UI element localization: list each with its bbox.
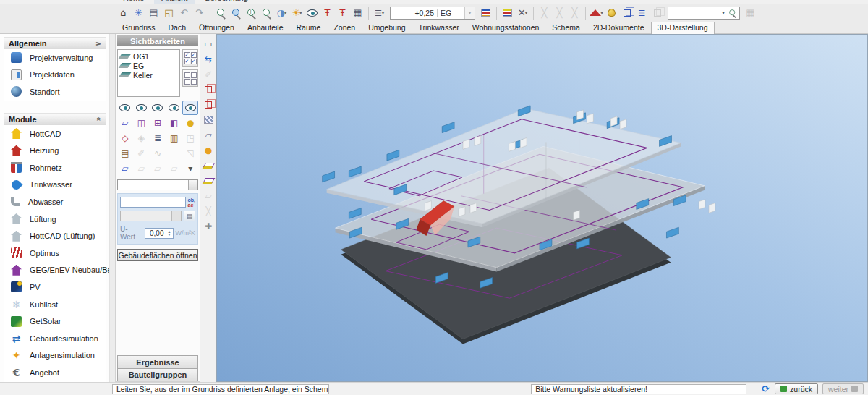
collapse-icon[interactable]: « [95,117,103,122]
tab-2d-dokumente[interactable]: 2D-Dokumente [587,22,651,33]
tab-anbauteile[interactable]: Anbauteile [241,22,290,33]
next-button[interactable]: weiter [822,383,864,394]
layers-button[interactable]: ≣▾ [372,5,387,20]
search-combobox[interactable]: ▾ [668,7,740,20]
open-building-surfaces-button[interactable]: Gebäudeflächen öffnen [117,249,198,261]
eye-filter-2[interactable] [134,101,150,115]
box-add-button[interactable]: ✚ [201,219,216,233]
tab-zonen[interactable]: Zonen [327,22,362,33]
results-button[interactable]: Ergebnisse [117,355,198,368]
zoom-in-button[interactable] [244,5,259,20]
component-groups-button[interactable]: Bauteilgruppen [117,368,198,381]
grid-more[interactable]: ▾ [182,161,198,176]
chevron-down-icon[interactable]: ▾ [525,10,528,16]
tab-wohnungsstationen[interactable]: Wohnungsstationen [466,22,546,33]
u-wert-spinner[interactable]: 0,00 ▲▼ [145,228,173,239]
tab-schema[interactable]: Schema [545,22,587,33]
storey-list-button[interactable]: ≣ [634,5,650,20]
collapse-icon[interactable]: ∧ [94,41,102,46]
hatch-button[interactable] [201,113,216,127]
chevron-down-icon[interactable]: ▾ [284,10,287,16]
wall-tool[interactable]: ◫ [134,116,150,130]
roof-view-button[interactable]: ▾ [589,5,604,20]
outline-check-button[interactable]: ▱ [201,128,216,142]
radiator-tool[interactable]: ▥ [166,131,182,145]
chevron-down-icon[interactable]: ▾ [382,10,385,16]
cube-tool[interactable]: ▱ [117,116,133,130]
window-tool[interactable]: ⊞ [150,116,166,130]
redo-button[interactable]: ↷ [192,5,207,20]
refresh-icon[interactable]: ⟳ [762,383,770,394]
solids-button[interactable] [604,5,619,20]
chevron-down-icon[interactable]: ▾ [299,10,302,16]
level-item-keller[interactable]: Keller [120,70,179,80]
hide-all-levels-button[interactable] [182,69,198,87]
home-button[interactable]: ⌂ [116,5,131,20]
visibility-button[interactable] [305,5,320,20]
spinner-arrows[interactable]: ▲▼ [166,230,173,236]
room-colors-button[interactable] [478,5,493,20]
print-button[interactable]: ▤ [146,5,161,20]
eraser-tool[interactable]: ● [182,116,198,130]
sidebar-item-getsolar[interactable]: GetSolar [4,313,106,330]
eye-filter-5[interactable] [182,101,198,115]
sidebar-item-angebot[interactable]: €Angebot [4,364,106,381]
tab-3d-darstellung[interactable]: 3D-Darstellung [651,22,715,34]
tab-räume[interactable]: Räume [290,22,328,33]
surface-name-input[interactable] [120,197,186,208]
sidebar-item-trinkwasser[interactable]: Trinkwasser [4,177,106,194]
level-item-og1[interactable]: OG1 [120,51,179,61]
chevron-down-icon[interactable] [188,180,197,190]
tile-tool[interactable]: ◇ [117,131,133,145]
zoom-out-button[interactable] [259,5,274,20]
sidebar-item-projektdaten[interactable]: Projektdaten [4,67,106,84]
rename-icon[interactable]: ob,ac [188,198,196,208]
viewport-button[interactable]: ▭ [201,37,216,51]
sidebar-item-optimus[interactable]: Optimus [4,245,106,262]
tab-umgebung[interactable]: Umgebung [362,22,412,33]
transparency-button[interactable]: ◑▾ [274,5,289,20]
dimension-button[interactable]: ✕▾ [515,5,530,20]
sidebar-item-pv[interactable]: PV [4,279,106,296]
chevron-down-icon[interactable]: ▾ [464,7,475,19]
sidebar-item-hottcad[interactable]: HottCAD [4,125,106,143]
copy-button[interactable]: ◱ [161,5,176,20]
search-input[interactable] [668,7,719,19]
level-listbox[interactable]: OG1EGKeller [117,49,180,97]
storey-cube-1[interactable]: ▱ [117,161,133,176]
door-tool[interactable]: ◧ [166,116,182,130]
3d-viewport[interactable] [216,34,868,382]
sidebar-item-standort[interactable]: Standort [4,83,106,101]
undo-button[interactable]: ↶ [176,5,192,20]
list-tool[interactable]: ≣ [150,131,166,145]
back-button[interactable]: zurück [775,383,818,394]
level-item-eg[interactable]: EG [120,61,179,70]
structure-alt-button[interactable]: Ŧ [335,5,350,20]
show-all-levels-button[interactable]: ✓✓✓✓ [182,49,198,67]
sidebar-item-gebäudesimulation[interactable]: ⇄Gebäudesimulation [4,330,106,347]
chevron-down-icon[interactable]: ▾ [600,10,603,16]
line-colors-button[interactable] [500,5,515,20]
pan-button[interactable] [229,5,244,20]
sidebar-item-heizung[interactable]: Heizung [4,142,106,159]
model-cube-button[interactable] [619,5,634,20]
sidebar-item-geg-enev-neubau-bestand[interactable]: GEG/EnEV Neubau/Bestand [4,262,106,279]
sidebar-item-lüftung[interactable]: Lüftung [4,211,106,228]
render-mode-button[interactable]: ☀▾ [289,5,305,20]
slab-purple-1-button[interactable] [201,158,216,172]
structure-button[interactable]: Ŧ [320,5,335,20]
group-header-module[interactable]: Module« [4,114,106,125]
eye-filter-1[interactable] [117,101,133,115]
sidebar-item-anlagensimulation[interactable]: ✦Anlagensimulation [4,347,106,365]
slab-purple-2-button[interactable] [201,174,216,187]
sidebar-item-kühllast[interactable]: ❄Kühllast [4,296,106,313]
sync-button[interactable]: ⇆ [201,52,216,66]
solid-box-button[interactable] [201,82,216,96]
tab-öffnungen[interactable]: Öffnungen [192,22,241,33]
eye-filter-4[interactable] [166,101,182,115]
solid-box-select-button[interactable] [201,98,216,111]
sidebar-item-rohrnetz[interactable]: Rohrnetz [4,159,106,177]
tab-grundriss[interactable]: Grundriss [116,22,162,33]
zoom-window-button[interactable] [213,5,229,20]
table-button[interactable]: ▦ [350,5,365,20]
